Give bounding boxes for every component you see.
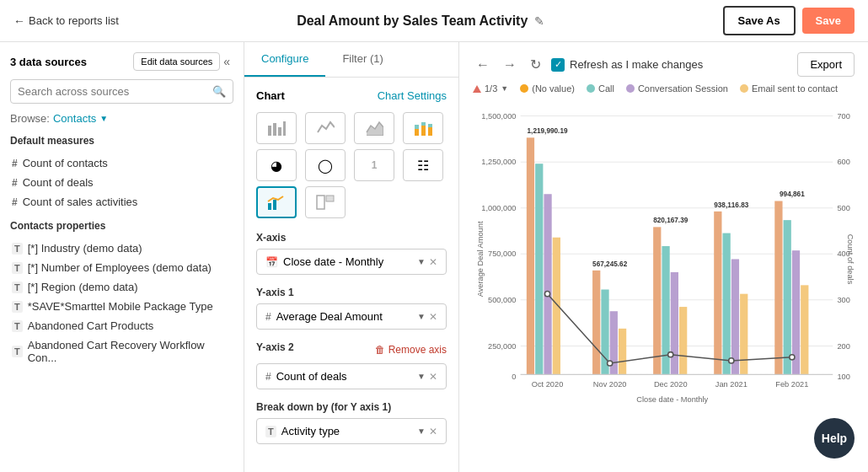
legend-label: (No value): [532, 83, 575, 94]
trash-icon: 🗑: [375, 344, 385, 356]
legend-label: 1/3: [485, 83, 497, 94]
chart-type-number[interactable]: 1: [354, 149, 394, 181]
yaxis2-select[interactable]: # Count of deals ▼ ✕: [256, 363, 447, 389]
chart-type-area[interactable]: [354, 112, 394, 144]
measure-count-deals[interactable]: # Count of deals: [10, 173, 233, 192]
yaxis2-label: Y-axis 2: [256, 341, 294, 353]
breakdown-clear-button[interactable]: ✕: [429, 426, 437, 437]
hash-icon: #: [12, 196, 18, 208]
svg-rect-60: [801, 285, 808, 374]
tab-filter[interactable]: Filter (1): [325, 42, 399, 77]
svg-rect-50: [679, 307, 687, 374]
yaxis1-select[interactable]: # Average Deal Amount ▼ ✕: [256, 303, 447, 330]
search-input[interactable]: [18, 85, 207, 98]
legend-dot-no-value: [520, 84, 528, 93]
chart-type-combo[interactable]: [256, 186, 297, 218]
svg-rect-49: [671, 272, 678, 374]
data-sources-title: 3 data sources: [10, 56, 87, 68]
svg-rect-12: [317, 196, 324, 209]
svg-text:Average Deal Amount: Average Deal Amount: [476, 221, 485, 297]
refresh-checkbox-label[interactable]: ✓ Refresh as I make changes: [551, 58, 703, 72]
yaxis1-select-right: ▼ ✕: [417, 311, 437, 323]
svg-rect-38: [535, 164, 543, 374]
svg-text:750,000: 750,000: [488, 249, 516, 258]
svg-rect-37: [527, 137, 534, 374]
remove-axis-button[interactable]: 🗑 Remove axis: [375, 344, 447, 356]
legend-no-value: (No value): [520, 83, 575, 94]
measure-label: Count of sales activities: [23, 196, 138, 208]
svg-rect-42: [592, 271, 600, 375]
browse-contacts-link[interactable]: Contacts: [53, 112, 96, 125]
xaxis-select-right: ▼ ✕: [417, 256, 437, 268]
legend-item-triangle: 1/3 ▼: [473, 83, 508, 94]
prop-region[interactable]: T [*] Region (demo data): [10, 277, 233, 297]
prop-abandoned-workflow[interactable]: T Abandoned Cart Recovery Workflow Con..…: [10, 335, 233, 367]
xaxis-clear-button[interactable]: ✕: [429, 256, 437, 268]
chart-type-bar[interactable]: [256, 112, 297, 144]
prop-smarttel[interactable]: T *SAVE*Smarttel Mobile Package Type: [10, 297, 233, 316]
edit-icon[interactable]: ✎: [534, 14, 544, 28]
svg-rect-11: [273, 200, 276, 210]
legend-email: Email sent to contact: [740, 83, 838, 94]
prop-abandoned-cart[interactable]: T Abandoned Cart Products: [10, 316, 233, 335]
chevron-down-icon: ▼: [417, 426, 426, 436]
hash-icon: #: [265, 371, 271, 383]
yaxis1-select-inner: # Average Deal Amount: [265, 310, 383, 323]
main-layout: 3 data sources Edit data sources « 🔍 Bro…: [0, 42, 868, 472]
svg-rect-55: [740, 294, 747, 375]
svg-text:Count of deals: Count of deals: [846, 234, 855, 285]
back-to-reports-link[interactable]: ← Back to reports list: [13, 14, 119, 28]
chart-type-stacked-bar[interactable]: [403, 112, 443, 144]
tab-configure[interactable]: Configure: [244, 42, 325, 77]
xaxis-select[interactable]: 📅 Close date - Monthly ▼ ✕: [256, 249, 447, 275]
header-center: Deal Amount by Sales Team Activity ✎: [297, 13, 544, 29]
measure-count-sales-activities[interactable]: # Count of sales activities: [10, 192, 233, 212]
svg-rect-5: [415, 125, 419, 129]
redo-button[interactable]: →: [500, 54, 520, 76]
undo-button[interactable]: ←: [473, 54, 493, 76]
export-button[interactable]: Export: [797, 52, 855, 77]
refresh-button[interactable]: ↻: [527, 53, 544, 76]
svg-text:500,000: 500,000: [488, 296, 516, 304]
chart-type-pie[interactable]: ◕: [256, 149, 297, 181]
svg-rect-52: [714, 212, 721, 375]
prop-label: [*] Industry (demo data): [28, 242, 142, 255]
measure-label: Count of contacts: [23, 157, 108, 169]
yaxis1-clear-button[interactable]: ✕: [429, 311, 437, 323]
chart-settings-link[interactable]: Chart Settings: [378, 89, 447, 102]
svg-rect-7: [421, 122, 426, 126]
hash-icon: #: [12, 177, 18, 189]
svg-text:200: 200: [837, 342, 849, 351]
chart-type-donut[interactable]: ◯: [305, 149, 346, 181]
svg-rect-6: [421, 126, 426, 136]
prop-industry[interactable]: T [*] Industry (demo data): [10, 239, 233, 258]
measure-count-contacts[interactable]: # Count of contacts: [10, 153, 233, 173]
legend-dot-email: [740, 84, 748, 93]
prop-label: *SAVE*Smarttel Mobile Package Type: [28, 300, 213, 313]
svg-text:994,861: 994,861: [780, 190, 805, 198]
chart-type-line[interactable]: [305, 112, 346, 144]
svg-text:Feb 2021: Feb 2021: [775, 380, 808, 389]
save-button[interactable]: Save: [802, 8, 855, 34]
svg-text:1,219,990.19: 1,219,990.19: [528, 127, 568, 135]
sidebar: 3 data sources Edit data sources « 🔍 Bro…: [0, 42, 244, 472]
chart-type-table[interactable]: ☷: [403, 149, 443, 181]
svg-point-63: [608, 361, 613, 366]
yaxis2-clear-button[interactable]: ✕: [429, 371, 437, 383]
chart-type-pivot[interactable]: [305, 186, 346, 218]
help-label: Help: [822, 432, 847, 445]
prop-employees[interactable]: T [*] Number of Employees (demo data): [10, 258, 233, 277]
triangle-icon: [473, 85, 481, 93]
collapse-sidebar-button[interactable]: «: [223, 55, 233, 68]
legend-label: Email sent to contact: [752, 83, 838, 94]
prop-label: Abandoned Cart Recovery Workflow Con...: [28, 339, 232, 364]
breakdown-section: Break down by (for Y axis 1) T Activity …: [256, 401, 447, 444]
yaxis1-value: Average Deal Amount: [276, 310, 383, 323]
type-icon: T: [265, 426, 276, 437]
chevron-down-icon: ▼: [417, 372, 426, 381]
breakdown-select[interactable]: T Activity type ▼ ✕: [256, 418, 447, 444]
save-as-button[interactable]: Save As: [723, 6, 796, 35]
chart-toolbar: ← → ↻ ✓ Refresh as I make changes Export: [473, 52, 855, 77]
help-button[interactable]: Help: [814, 418, 855, 459]
edit-sources-button[interactable]: Edit data sources: [133, 52, 220, 71]
